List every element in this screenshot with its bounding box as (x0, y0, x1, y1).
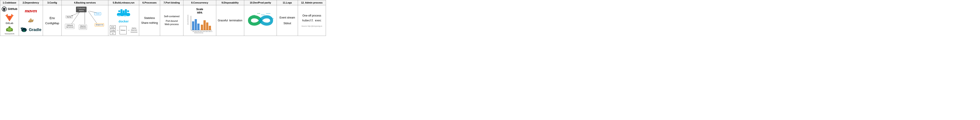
graceful-termination-label: Graceful termination (218, 19, 242, 22)
header-devprod: 10.Dev/Prod parity (244, 0, 277, 5)
svg-rect-42 (204, 20, 206, 30)
svg-rect-26 (117, 13, 130, 16)
hpa-label: HPA (197, 11, 202, 14)
release-box: Release (119, 26, 127, 34)
scale-label: Scale (196, 8, 203, 11)
header-disposability: 9.Disposability (216, 0, 244, 5)
svg-point-19 (22, 29, 22, 29)
svg-point-10 (8, 26, 10, 28)
header-build: 5.Build,release,run (108, 0, 139, 5)
svg-point-9 (11, 30, 13, 31)
event-stream-label: Event stream (280, 16, 295, 19)
svg-rect-40 (197, 24, 199, 30)
config-cell: Env ConfigMap (43, 5, 62, 36)
tortoisesvn-label: TortoiseSVN (5, 33, 14, 35)
svg-text:operate: operate (269, 18, 274, 19)
svg-text:monitor: monitor (266, 13, 270, 14)
svg-point-18 (23, 30, 25, 32)
svg-text:deploy: deploy (261, 14, 265, 15)
svg-rect-30 (125, 9, 127, 12)
gitlab-logo: GitLab (5, 13, 14, 24)
header-port: 7.Port binding (160, 0, 183, 5)
header-processes: 6.Processes (139, 0, 160, 5)
concurrency-cell: Scale HPA auto provisioned processes (183, 5, 216, 36)
svg-rect-33 (123, 12, 125, 13)
configmap-label: ConfigMap (45, 22, 59, 25)
admin-process-cell: One-off process kubectl exec Source http… (298, 5, 326, 36)
stdout-label: Stdout (283, 22, 291, 25)
svg-rect-41 (201, 25, 203, 30)
concurrency-chart: auto provisioned processes (186, 15, 213, 34)
svg-rect-32 (121, 12, 123, 13)
arrow-2: → (127, 29, 130, 32)
share-nothing-label: Share-nothing (141, 21, 158, 24)
svg-point-12 (10, 26, 10, 27)
deploy-box: (1) (110, 32, 116, 35)
one-off-process-label: One-off process (302, 14, 321, 17)
build-release-run-cell: docker Build Config (1) → Release → depl… (108, 5, 139, 36)
codebase-cell: GitHub GitLab (0, 5, 19, 36)
gradle-logo: Gradle (20, 26, 41, 33)
github-icon (2, 6, 7, 12)
svg-text:clock.1: clock.1 (209, 31, 213, 32)
gitlab-icon (5, 13, 14, 22)
tortoisesvn-logo: TortoiseSVN (5, 26, 14, 35)
backing-services-cell: Productiondeploy MySQL Twitter Outboundm… (62, 5, 108, 36)
github-label: GitHub (8, 7, 17, 11)
svg-text:Ops: Ops (265, 19, 270, 22)
twelve-factor-table: 1.Codebase 2.Dependency 3.Config 4.Backi… (0, 0, 326, 36)
build-pipeline-diagram: Build Config (1) → Release → deployAttac… (110, 25, 137, 35)
svg-rect-39 (195, 19, 197, 30)
svg-text:(process types): (process types) (195, 33, 203, 34)
header-logs: 11.Logs (277, 0, 298, 5)
processes-cell: Stateless Share-nothing (139, 5, 160, 36)
header-backing: 4.Backing services (62, 0, 108, 5)
header-config: 3.Config (43, 0, 62, 5)
github-logo: GitHub (2, 6, 17, 12)
header-codebase: 1.Codebase (0, 0, 19, 5)
svg-rect-44 (209, 26, 211, 30)
docker-logo (115, 6, 132, 18)
header-concurrency: 8.Concurrency (183, 0, 216, 5)
build-box: Build (110, 25, 116, 28)
svg-point-8 (6, 30, 8, 31)
svg-text:test: test (249, 18, 251, 19)
svg-rect-28 (121, 9, 123, 12)
devprod-cell: Dev Ops code build deploy monitor operat… (244, 5, 277, 36)
kubectl-exec-label: kubectl exec (302, 19, 321, 22)
gitlab-label: GitLab (5, 22, 13, 24)
svg-text:code: code (252, 14, 255, 16)
maven-logo: maven (25, 8, 37, 14)
port-bound-label: Port-boundWeb process (165, 19, 179, 26)
dependency-cell: maven (19, 5, 43, 36)
gradle-label: Gradle (29, 27, 41, 32)
svg-text:Dev: Dev (251, 19, 256, 22)
deploy-attached-label: deployAttachedresources (130, 27, 137, 33)
gradle-icon (20, 26, 28, 33)
svg-line-23 (72, 11, 80, 24)
devops-infinity-logo: Dev Ops code build deploy monitor operat… (246, 11, 275, 30)
svg-text:build: build (257, 13, 260, 14)
svg-point-7 (7, 28, 11, 30)
svg-line-21 (89, 11, 97, 13)
svg-point-11 (9, 26, 9, 27)
stateless-label: Stateless (144, 16, 155, 19)
disposability-cell: Graceful termination (216, 5, 244, 36)
port-binding-cell: Self-contained Port-boundWeb process (160, 5, 183, 36)
arrow-1: → (116, 29, 119, 32)
production-deploy-box: Productiondeploy (76, 6, 86, 12)
svg-text:auto provisioned processes: auto provisioned processes (187, 15, 189, 25)
svg-rect-31 (127, 11, 129, 12)
svg-rect-27 (118, 11, 120, 12)
tortoisesvn-icon (5, 26, 14, 32)
self-contained-label: Self-contained (164, 15, 179, 18)
svg-rect-34 (125, 12, 127, 13)
source-label: Source http://jimmysong.io (301, 25, 322, 27)
logs-cell: Event stream Stdout (277, 5, 298, 36)
svg-rect-38 (192, 21, 194, 30)
docker-label: docker (118, 19, 129, 23)
config-small-box: Config (110, 29, 116, 32)
svg-line-24 (88, 11, 97, 23)
svg-rect-43 (206, 22, 208, 30)
header-dependency: 2.Dependency (19, 0, 43, 5)
